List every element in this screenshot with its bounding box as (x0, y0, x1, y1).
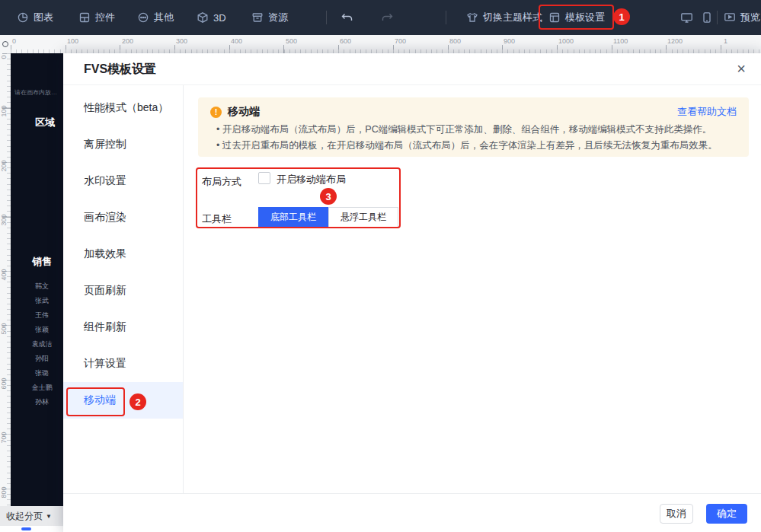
ruler-number: 0 (0, 48, 8, 66)
ruler-number: 200 (122, 37, 133, 45)
warning-icon: ! (210, 107, 222, 118)
list-item: 金士鹏 (24, 383, 59, 393)
sidebar-item-label: 计算设置 (84, 357, 126, 371)
theme-icon (466, 11, 478, 24)
undo-icon (341, 11, 353, 24)
sidebar-item-mobile[interactable]: 移动端 (63, 382, 183, 419)
chart-icon (17, 11, 29, 24)
pagination-indicator (21, 527, 31, 530)
toolbar-separator (717, 11, 718, 24)
template-settings-label: 模板设置 (565, 11, 605, 24)
redo-button[interactable] (381, 0, 394, 35)
toolbar-separator (446, 11, 446, 24)
switch-theme-button[interactable]: 切换主题样式 (466, 0, 542, 35)
ruler-number: 100 (0, 102, 8, 120)
sidebar-item-label: 移动端 (84, 393, 116, 407)
sidebar-item-calculation[interactable]: 计算设置 (63, 346, 183, 382)
resource-box-icon (251, 11, 264, 24)
toolbar-item-widgets[interactable]: 控件 (78, 0, 115, 35)
widget-icon (78, 11, 91, 24)
floating-toolbar-option[interactable]: 悬浮工具栏 (328, 207, 398, 228)
collapse-pagination-button[interactable]: 收起分页 ▼ (6, 510, 52, 523)
template-settings-button[interactable]: 模板设置 (548, 0, 605, 35)
bottom-left-panel: 收起分页 ▼ (0, 506, 63, 526)
ruler-number: 500 (0, 320, 8, 338)
design-canvas: 请在画布内放置组件 区域 销售 韩文 张武 王伟 张颖 袁成洁 孙阳 张璐 金士… (11, 53, 63, 506)
ruler-number: 900 (504, 37, 515, 45)
dialog-footer: 取消 确定 (63, 493, 761, 532)
sidebar-item-label: 组件刷新 (84, 320, 126, 334)
list-item: 张璐 (24, 368, 59, 378)
sidebar-item-label: 离屏控制 (84, 138, 126, 151)
preview-button[interactable]: 预览 (724, 0, 760, 35)
sidebar-item-canvas-render[interactable]: 画布渲染 (63, 199, 183, 236)
banner-bullet: 过去开启重布局的模板，在开启移动端布局（流式布局）后，会在字体渲染上有差异，且后… (216, 138, 737, 154)
ruler-number: 1100 (613, 37, 628, 45)
toolbar-item-label: 资源 (268, 11, 288, 24)
annotation-badge-step3: 3 (320, 188, 337, 205)
toolbar-item-resources[interactable]: 资源 (251, 0, 288, 35)
ruler-number: 700 (395, 37, 406, 45)
toolbar-item-others[interactable]: 其他 (137, 0, 174, 35)
list-item: 孙林 (24, 397, 59, 407)
canvas-sales-title: 销售 (32, 255, 52, 269)
list-item: 韩文 (24, 282, 59, 291)
ruler-number: 800 (449, 37, 461, 45)
ruler-number: 1200 (667, 37, 683, 45)
vertical-ruler: 0 100 200 300 400 500 600 700 800 (0, 53, 11, 506)
toolbar-item-charts[interactable]: 图表 (17, 0, 53, 35)
list-item: 张武 (24, 296, 59, 306)
phone-icon (702, 11, 712, 24)
sidebar-item-label: 性能模式（beta） (84, 101, 168, 115)
enable-mobile-layout-checkbox[interactable] (258, 172, 270, 184)
help-doc-link[interactable]: 查看帮助文档 (677, 105, 737, 119)
ruler-origin-icon (2, 41, 8, 47)
ruler-number: 0 (12, 37, 16, 45)
pc-preview-toggle[interactable] (680, 0, 693, 35)
annotation-badge-step2: 2 (129, 393, 146, 410)
dialog-title: FVS模板设置 (84, 62, 156, 78)
switch-theme-label: 切换主题样式 (483, 11, 542, 24)
mobile-preview-toggle[interactable] (702, 0, 712, 35)
preview-label: 预览 (740, 11, 760, 24)
sidebar-item-label: 画布渲染 (84, 211, 126, 225)
toolbar-item-3d[interactable]: 3D (197, 0, 226, 35)
ruler-number: 300 (176, 37, 187, 45)
sidebar-item-performance-mode[interactable]: 性能模式（beta） (63, 90, 183, 126)
cube-3d-icon (197, 11, 209, 24)
toolbar-separator (326, 11, 327, 24)
sidebar-item-label: 水印设置 (84, 174, 126, 188)
sidebar-item-offscreen-control[interactable]: 离屏控制 (63, 126, 183, 163)
bottom-toolbar-option[interactable]: 底部工具栏 (258, 207, 328, 228)
sidebar-item-label: 页面刷新 (84, 284, 126, 298)
banner-bullet: 开启移动端布局（流式布局）后，PC端编辑模式下可正常添加、删除、组合组件，移动端… (216, 122, 737, 138)
confirm-button[interactable]: 确定 (706, 504, 747, 524)
list-item: 孙阳 (24, 354, 59, 364)
redo-icon (381, 11, 394, 24)
cancel-button[interactable]: 取消 (660, 504, 693, 524)
monitor-icon (680, 11, 693, 24)
toolbar-item-label: 其他 (154, 11, 174, 24)
sidebar-item-loading-effect[interactable]: 加载效果 (63, 236, 183, 272)
collapse-pagination-label: 收起分页 (6, 510, 43, 523)
top-toolbar: 图表 控件 其他 3D 资源 切换主题样式 (0, 0, 761, 35)
dialog-sidebar: 性能模式（beta） 离屏控制 水印设置 画布渲染 加载效果 页面刷新 组件刷新… (63, 85, 184, 493)
sidebar-item-watermark[interactable]: 水印设置 (63, 163, 183, 199)
layout-mode-label: 布局方式 (202, 175, 241, 189)
ruler-number: 600 (340, 37, 351, 45)
close-icon[interactable]: × (737, 59, 746, 78)
toolbar-item-label: 3D (213, 12, 226, 24)
annotation-badge-step1: 1 (613, 8, 630, 25)
dialog-header: FVS模板设置 × (63, 53, 761, 85)
sidebar-item-page-refresh[interactable]: 页面刷新 (63, 272, 183, 309)
list-item: 袁成洁 (24, 339, 59, 349)
ruler-number: 700 (0, 428, 8, 447)
enable-mobile-layout-label: 开启移动端布局 (277, 173, 346, 186)
sidebar-item-label: 加载效果 (84, 247, 126, 261)
mobile-info-banner: ! 移动端 查看帮助文档 开启移动端布局（流式布局）后，PC端编辑模式下可正常添… (198, 97, 749, 157)
ruler-number: 400 (231, 37, 242, 45)
undo-button[interactable] (341, 0, 353, 35)
ruler-number: 500 (286, 37, 297, 45)
ruler-number: 600 (0, 374, 8, 393)
sidebar-item-component-refresh[interactable]: 组件刷新 (63, 309, 183, 346)
